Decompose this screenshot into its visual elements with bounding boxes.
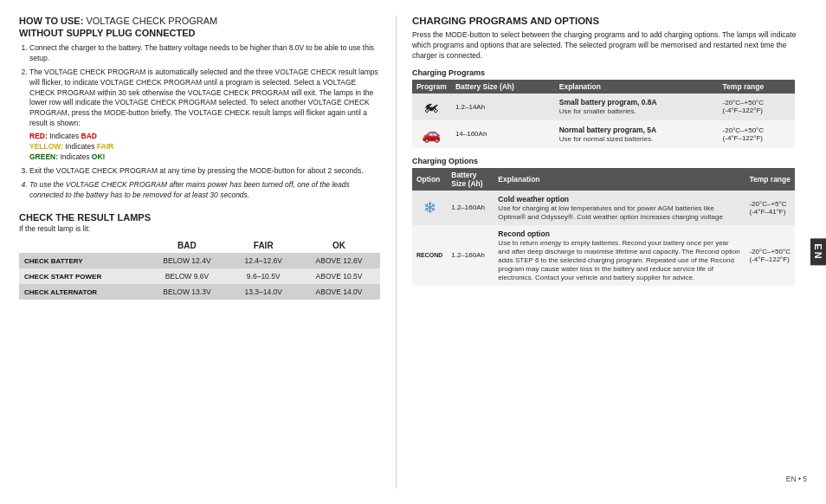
option-cold-temp-text: -20°C–+5°C(-4°F–41°F) [749, 200, 786, 216]
result-row-alternator-label: CHECK ALTERNATOR [19, 284, 145, 300]
program-normal-temp: -20°C–+50°C(-4°F–122°F) [719, 120, 795, 148]
option-row-cold-weather: ❄ 1.2–160Ah Cold weather option Use for … [412, 191, 795, 225]
result-row-battery-ok: ABOVE 12.6V [298, 253, 380, 268]
result-section: CHECK THE RESULT LAMPS If the result lam… [19, 212, 380, 300]
charging-intro: Press the MODE-button to select between … [412, 30, 812, 61]
result-row-battery-label: CHECK BATTERY [19, 253, 145, 268]
step-2: The VOLTAGE CHECK PROGRAM is automatical… [29, 68, 380, 163]
result-row-alternator: CHECK ALTERNATOR BELOW 13.3V 13.3–14.0V … [19, 284, 380, 300]
result-row-start-fair: 9.6–10.5V [229, 268, 298, 284]
option-recond-body: Use to return energy to empty batteries.… [498, 239, 739, 281]
result-row-battery-fair: 12.4–12.6V [229, 253, 298, 268]
programs-header-temp: Temp range [719, 80, 795, 94]
program-small-temp-text: -20°C–+50°C(-4°F–122°F) [723, 99, 765, 114]
left-column: HOW TO USE: VOLTAGE CHECK PROGRAM WITHOU… [0, 16, 397, 488]
how-to-use-subtitle: WITHOUT SUPPLY PLUG CONNECTED [19, 28, 380, 38]
program-small-battery-size: 1.2–14Ah [451, 94, 555, 120]
programs-header-battery: Battery Size (Ah) [451, 80, 555, 94]
option-icon-recond: RECOND [412, 225, 447, 286]
result-col-header-label [19, 238, 145, 253]
result-subtitle: If the result lamp is lit: [19, 224, 380, 233]
yellow-bold: FAIR [97, 142, 113, 151]
program-small-temp: -20°C–+50°C(-4°F–122°F) [719, 94, 795, 120]
option-recond-temp: -20°C–+50°C(-4°F–122°F) [745, 225, 795, 286]
option-row-recond: RECOND 1.2–160Ah Recond option Use to re… [412, 225, 795, 286]
result-row-start-ok: ABOVE 10.5V [298, 268, 380, 284]
green-label: GREEN: [29, 152, 58, 161]
program-small-body: Use for smaller batteries. [559, 107, 636, 115]
result-row-battery: CHECK BATTERY BELOW 12.4V 12.4–12.6V ABO… [19, 253, 380, 268]
result-col-fair: FAIR [229, 238, 298, 253]
programs-header-explanation: Explanation [555, 80, 719, 94]
result-col-ok: OK [298, 238, 380, 253]
program-normal-title: Normal battery program, 5A [559, 126, 714, 134]
option-recond-explanation: Recond option Use to return energy to em… [494, 225, 745, 286]
program-small-explanation: Small battery program, 0.8A Use for smal… [555, 94, 719, 120]
programs-table: Program Battery Size (Ah) Explanation Te… [412, 80, 795, 148]
option-cold-title: Cold weather option [498, 195, 740, 204]
program-normal-temp-text: -20°C–+50°C(-4°F–122°F) [723, 126, 765, 142]
charging-programs-title: CHARGING PROGRAMS AND OPTIONS [412, 16, 812, 26]
options-header-explanation: Explanation [494, 168, 745, 191]
option-recond-battery-size: 1.2–160Ah [447, 225, 494, 286]
red-label: RED: [29, 132, 48, 140]
program-normal-explanation: Normal battery program, 5A Use for norma… [555, 120, 719, 148]
step-4: To use the VOLTAGE CHECK PROGRAM after m… [29, 180, 380, 201]
page: HOW TO USE: VOLTAGE CHECK PROGRAM WITHOU… [0, 0, 826, 504]
how-to-use-steps: Connect the charger to the battery. The … [19, 43, 380, 200]
program-small-title: Small battery program, 0.8A [559, 98, 714, 107]
result-row-start-power: CHECK START POWER BELOW 9.6V 9.6–10.5V A… [19, 268, 380, 284]
option-recond-temp-text: -20°C–+50°C(-4°F–122°F) [749, 248, 791, 263]
program-normal-body: Use for normal sized batteries. [559, 135, 654, 143]
result-row-battery-bad: BELOW 12.4V [145, 253, 229, 268]
how-to-use-heading: HOW TO USE: VOLTAGE CHECK PROGRAM WITHOU… [19, 16, 380, 38]
yellow-text: Indicates [65, 142, 96, 151]
result-row-start-label: CHECK START POWER [19, 268, 145, 284]
program-normal-battery-size: 14–160Ah [451, 120, 555, 148]
programs-header-program: Program [412, 80, 451, 94]
red-text: Indicates [49, 132, 81, 140]
option-cold-explanation: Cold weather option Use for charging at … [494, 191, 745, 225]
result-col-bad: BAD [145, 238, 229, 253]
option-icon-snowflake: ❄ [412, 191, 447, 225]
result-table: BAD FAIR OK CHECK BATTERY BELOW 12.4V 12… [19, 238, 380, 300]
charging-options-label: Charging Options [412, 157, 812, 165]
program-row-small-battery: 🏍 1.2–14Ah Small battery program, 0.8A U… [412, 94, 795, 120]
options-header-option: Option [412, 168, 447, 191]
step-3: Exit the VOLTAGE CHECK PROGRAM at any ti… [29, 166, 380, 177]
result-row-alternator-ok: ABOVE 14.0V [298, 284, 380, 300]
charging-programs-label: Charging Programs [412, 68, 812, 77]
option-cold-body: Use for charging at low temperatures and… [498, 204, 722, 221]
red-bold: BAD [81, 132, 97, 140]
how-to-use-title-text: VOLTAGE CHECK PROGRAM [86, 16, 217, 26]
car-icon: 🚗 [422, 126, 441, 143]
step-1: Connect the charger to the battery. The … [29, 43, 380, 64]
green-bold: OK! [92, 152, 106, 161]
green-text: Indicates [60, 152, 91, 161]
snowflake-icon: ❄ [423, 199, 436, 216]
how-to-use-bold-label: HOW TO USE: [19, 16, 83, 26]
program-row-normal-battery: 🚗 14–160Ah Normal battery program, 5A Us… [412, 120, 795, 148]
option-cold-temp: -20°C–+5°C(-4°F–41°F) [745, 191, 795, 225]
motorcycle-icon: 🏍 [423, 98, 439, 115]
page-number: EN • 5 [786, 475, 807, 483]
options-header-battery: Battery Size (Ah) [447, 168, 494, 191]
yellow-label: YELLOW: [29, 142, 63, 151]
options-header-temp: Temp range [745, 168, 795, 191]
result-row-alternator-bad: BELOW 13.3V [145, 284, 229, 300]
option-cold-battery-size: 1.2–160Ah [447, 191, 494, 225]
result-row-start-bad: BELOW 9.6V [145, 268, 229, 284]
options-table: Option Battery Size (Ah) Explanation Tem… [412, 168, 795, 286]
right-column: CHARGING PROGRAMS AND OPTIONS Press the … [397, 16, 826, 488]
result-section-title: CHECK THE RESULT LAMPS [19, 212, 380, 223]
option-recond-title: Recond option [498, 229, 740, 238]
step-2-text: The VOLTAGE CHECK PROGRAM is automatical… [29, 68, 378, 127]
program-icon-car: 🚗 [412, 120, 451, 148]
recond-label: RECOND [416, 252, 442, 258]
program-icon-motorcycle: 🏍 [412, 94, 451, 120]
result-row-alternator-fair: 13.3–14.0V [229, 284, 298, 300]
en-badge: EN [810, 238, 826, 265]
